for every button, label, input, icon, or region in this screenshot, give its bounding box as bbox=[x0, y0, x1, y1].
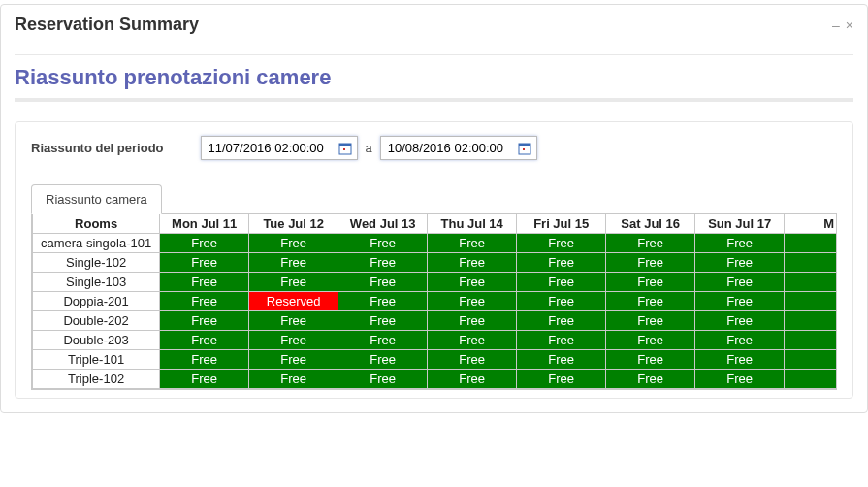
cell-free[interactable] bbox=[785, 273, 837, 292]
cell-free[interactable]: Free bbox=[695, 253, 785, 273]
cell-free[interactable]: Free bbox=[428, 311, 517, 331]
cell-free[interactable]: Free bbox=[249, 370, 338, 389]
cell-free[interactable] bbox=[785, 311, 837, 331]
col-day: Mon Jul 11 bbox=[160, 214, 249, 234]
col-day: Tue Jul 12 bbox=[249, 214, 338, 234]
table-row: Single-102FreeFreeFreeFreeFreeFreeFree bbox=[33, 253, 838, 273]
from-date-input[interactable] bbox=[207, 140, 335, 156]
cell-free[interactable]: Free bbox=[517, 311, 606, 331]
cell-free[interactable]: Free bbox=[517, 234, 606, 253]
period-row: Riassunto del periodo a bbox=[31, 136, 837, 160]
availability-grid: RoomsMon Jul 11Tue Jul 12Wed Jul 13Thu J… bbox=[32, 213, 837, 389]
cell-free[interactable]: Free bbox=[517, 292, 606, 311]
cell-free[interactable]: Free bbox=[517, 331, 606, 350]
cell-free[interactable]: Free bbox=[428, 370, 517, 389]
cell-free[interactable]: Free bbox=[606, 370, 695, 389]
cell-free[interactable]: Free bbox=[160, 370, 249, 389]
cell-free[interactable]: Free bbox=[517, 350, 606, 370]
cell-free[interactable]: Free bbox=[606, 273, 695, 292]
cell-free[interactable]: Free bbox=[428, 292, 517, 311]
table-row: Triple-102FreeFreeFreeFreeFreeFreeFree bbox=[33, 370, 838, 389]
to-date-input-wrap[interactable] bbox=[380, 136, 537, 160]
cell-free[interactable]: Free bbox=[695, 331, 785, 350]
cell-free[interactable]: Free bbox=[428, 253, 517, 273]
cell-free[interactable]: Free bbox=[160, 311, 249, 331]
cell-free[interactable]: Free bbox=[606, 292, 695, 311]
cell-free[interactable] bbox=[785, 292, 837, 311]
room-name: Single-103 bbox=[33, 273, 160, 292]
calendar-icon[interactable] bbox=[338, 142, 352, 155]
svg-rect-2 bbox=[343, 148, 345, 150]
cell-reserved[interactable]: Reserved bbox=[249, 292, 338, 311]
room-name: Double-203 bbox=[33, 331, 160, 350]
cell-free[interactable]: Free bbox=[606, 350, 695, 370]
cell-free[interactable]: Free bbox=[160, 292, 249, 311]
cell-free[interactable]: Free bbox=[338, 311, 428, 331]
cell-free[interactable]: Free bbox=[160, 331, 249, 350]
room-name: Triple-102 bbox=[33, 370, 160, 389]
minimize-button[interactable]: – bbox=[832, 18, 840, 32]
to-date-input[interactable] bbox=[386, 140, 514, 156]
cell-free[interactable] bbox=[785, 331, 837, 350]
cell-free[interactable]: Free bbox=[160, 350, 249, 370]
cell-free[interactable]: Free bbox=[695, 370, 785, 389]
availability-grid-scroll[interactable]: RoomsMon Jul 11Tue Jul 12Wed Jul 13Thu J… bbox=[31, 213, 837, 390]
cell-free[interactable]: Free bbox=[517, 273, 606, 292]
period-label: Riassunto del periodo bbox=[31, 141, 164, 155]
content-panel: Riassunto del periodo a bbox=[15, 121, 853, 399]
titlebar: Reservation Summary – × bbox=[1, 5, 867, 41]
cell-free[interactable]: Free bbox=[249, 331, 338, 350]
tabs: Riassunto camera bbox=[31, 183, 837, 214]
room-name: Double-202 bbox=[33, 311, 160, 331]
cell-free[interactable]: Free bbox=[428, 273, 517, 292]
cell-free[interactable]: Free bbox=[338, 234, 428, 253]
subtitle-wrap: Riassunto prenotazioni camere bbox=[15, 54, 853, 102]
cell-free[interactable]: Free bbox=[428, 331, 517, 350]
cell-free[interactable]: Free bbox=[517, 370, 606, 389]
cell-free[interactable]: Free bbox=[606, 234, 695, 253]
cell-free[interactable]: Free bbox=[249, 273, 338, 292]
room-name: Doppia-201 bbox=[33, 292, 160, 311]
col-day: Thu Jul 14 bbox=[428, 214, 517, 234]
cell-free[interactable]: Free bbox=[160, 234, 249, 253]
cell-free[interactable]: Free bbox=[160, 273, 249, 292]
period-separator: a bbox=[366, 141, 372, 155]
cell-free[interactable]: Free bbox=[695, 350, 785, 370]
cell-free[interactable]: Free bbox=[338, 273, 428, 292]
cell-free[interactable]: Free bbox=[695, 234, 785, 253]
cell-free[interactable]: Free bbox=[695, 273, 785, 292]
tab-room-summary[interactable]: Riassunto camera bbox=[31, 184, 162, 214]
cell-free[interactable]: Free bbox=[606, 253, 695, 273]
svg-rect-5 bbox=[523, 148, 525, 150]
cell-free[interactable]: Free bbox=[249, 311, 338, 331]
reservation-summary-window: Reservation Summary – × Riassunto prenot… bbox=[0, 4, 868, 413]
calendar-icon[interactable] bbox=[518, 142, 531, 155]
table-row: Double-202FreeFreeFreeFreeFreeFreeFree bbox=[33, 311, 838, 331]
cell-free[interactable]: Free bbox=[606, 331, 695, 350]
table-row: Double-203FreeFreeFreeFreeFreeFreeFree bbox=[33, 331, 838, 350]
cell-free[interactable]: Free bbox=[428, 234, 517, 253]
cell-free[interactable]: Free bbox=[606, 311, 695, 331]
room-name: camera singola-101 bbox=[33, 234, 160, 253]
cell-free[interactable]: Free bbox=[249, 350, 338, 370]
cell-free[interactable]: Free bbox=[428, 350, 517, 370]
cell-free[interactable] bbox=[785, 370, 837, 389]
col-day: Sun Jul 17 bbox=[695, 214, 785, 234]
col-day: Wed Jul 13 bbox=[338, 214, 428, 234]
cell-free[interactable]: Free bbox=[338, 350, 428, 370]
cell-free[interactable]: Free bbox=[338, 253, 428, 273]
cell-free[interactable]: Free bbox=[338, 292, 428, 311]
cell-free[interactable] bbox=[785, 234, 837, 253]
close-button[interactable]: × bbox=[846, 18, 853, 32]
cell-free[interactable] bbox=[785, 253, 837, 273]
cell-free[interactable]: Free bbox=[160, 253, 249, 273]
cell-free[interactable]: Free bbox=[338, 370, 428, 389]
cell-free[interactable]: Free bbox=[517, 253, 606, 273]
cell-free[interactable]: Free bbox=[695, 292, 785, 311]
cell-free[interactable]: Free bbox=[695, 311, 785, 331]
cell-free[interactable]: Free bbox=[338, 331, 428, 350]
from-date-input-wrap[interactable] bbox=[201, 136, 358, 160]
cell-free[interactable]: Free bbox=[249, 253, 338, 273]
cell-free[interactable] bbox=[785, 350, 837, 370]
cell-free[interactable]: Free bbox=[249, 234, 338, 253]
